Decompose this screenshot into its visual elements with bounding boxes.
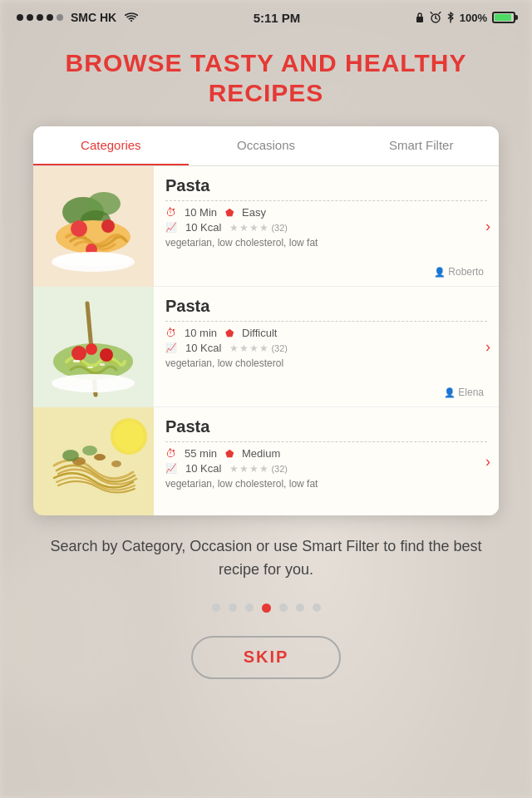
status-bar: SMC HK 5:11 PM — [0, 0, 532, 35]
food-illustration — [33, 166, 154, 287]
signal-dot — [57, 14, 63, 21]
recipe-kcal: 10 Kcal — [185, 342, 221, 354]
tab-occasions[interactable]: Occasions — [189, 126, 344, 165]
recipe-time: 10 min — [185, 327, 217, 339]
recipe-meta-kcal: 📈 10 Kcal ★ ★ ★ ★ (32) — [165, 221, 487, 234]
kcal-icon: 📈 — [165, 222, 177, 233]
wifi-icon — [124, 12, 139, 23]
recipe-item[interactable]: Pasta ⏱ 10 min ⬟ Difficult 📈 10 Kcal ★ ★ — [33, 287, 499, 407]
status-right: 100% — [415, 12, 515, 24]
recipe-kcal: 10 Kcal — [185, 462, 221, 475]
author-icon: 👤 — [444, 387, 456, 397]
recipe-difficulty: Medium — [242, 447, 280, 460]
kcal-icon: 📈 — [165, 463, 177, 474]
svg-point-11 — [101, 219, 115, 233]
kcal-icon: 📈 — [165, 342, 177, 353]
svg-point-24 — [52, 374, 135, 392]
review-count: (32) — [271, 464, 288, 474]
page-dot-5 — [279, 603, 288, 612]
recipe-list: Pasta ⏱ 10 Min ⬟ Easy 📈 10 Kcal ★ ★ — [33, 166, 499, 515]
description-text: Search by Category, Occasion or use Smar… — [0, 535, 532, 582]
battery-icon — [492, 12, 515, 23]
food-illustration-3 — [33, 407, 154, 515]
recipe-card: Categories Occasions Smart Filter — [33, 126, 499, 515]
time-display: 5:11 PM — [254, 11, 301, 25]
star-rating: ★ ★ ★ ★ (32) — [229, 463, 288, 475]
chevron-right-icon: › — [485, 338, 490, 356]
author-icon: 👤 — [434, 267, 446, 277]
recipe-tags: vegetarian, low cholesterol — [165, 357, 487, 371]
recipe-meta-time: ⏱ 55 min ⬟ Medium — [165, 447, 487, 460]
recipe-tags: vegetarian, low cholesterol, low fat — [165, 477, 487, 491]
main-title: BROWSE TASTY AND HEALTHY RECIPES — [66, 48, 467, 108]
clock-icon: ⏱ — [165, 206, 176, 219]
page-dot-2 — [229, 603, 237, 612]
difficulty-icon: ⬟ — [225, 207, 234, 219]
recipe-item[interactable]: Pasta ⏱ 55 min ⬟ Medium 📈 10 Kcal ★ ★ — [33, 407, 499, 515]
recipe-tags: vegetarian, low cholesterol, low fat — [165, 236, 487, 250]
svg-rect-0 — [416, 17, 423, 22]
title-section: BROWSE TASTY AND HEALTHY RECIPES — [32, 48, 500, 108]
recipe-item[interactable]: Pasta ⏱ 10 Min ⬟ Easy 📈 10 Kcal ★ ★ — [33, 166, 499, 287]
review-count: (32) — [271, 343, 288, 353]
recipe-name: Pasta — [165, 297, 487, 316]
recipe-author: 👤 Roberto — [165, 266, 487, 278]
star-rating: ★ ★ ★ ★ (32) — [229, 222, 288, 234]
svg-point-20 — [86, 343, 97, 355]
recipe-info: Pasta ⏱ 55 min ⬟ Medium 📈 10 Kcal ★ ★ — [154, 407, 499, 515]
signal-dot — [47, 14, 53, 21]
recipe-difficulty: Easy — [242, 206, 266, 219]
review-count: (32) — [271, 223, 288, 233]
lock-icon — [415, 12, 425, 23]
recipe-name: Pasta — [165, 417, 487, 436]
chevron-right-icon: › — [485, 218, 490, 235]
recipe-meta-time: ⏱ 10 min ⬟ Difficult — [165, 327, 487, 339]
recipe-image — [33, 166, 154, 287]
signal-dot — [27, 14, 33, 21]
battery-fill — [495, 14, 511, 21]
recipe-info: Pasta ⏱ 10 min ⬟ Difficult 📈 10 Kcal ★ ★ — [154, 287, 499, 406]
difficulty-icon: ⬟ — [225, 448, 234, 460]
svg-rect-23 — [87, 367, 93, 368]
recipe-name: Pasta — [165, 176, 487, 195]
recipe-kcal: 10 Kcal — [185, 221, 221, 234]
svg-point-31 — [62, 450, 79, 461]
food-illustration-2 — [33, 287, 154, 407]
skip-button[interactable]: SKIP — [191, 636, 341, 679]
signal-dot — [37, 14, 43, 21]
svg-point-19 — [100, 348, 113, 362]
recipe-meta-kcal: 📈 10 Kcal ★ ★ ★ ★ (32) — [165, 462, 487, 475]
battery-percent: 100% — [460, 12, 487, 24]
page-dot-3 — [245, 603, 254, 612]
carrier-label: SMC HK — [71, 11, 116, 24]
svg-point-10 — [71, 220, 87, 237]
svg-rect-21 — [73, 360, 80, 362]
signal-dot — [17, 14, 23, 21]
tab-categories[interactable]: Categories — [33, 126, 189, 165]
svg-point-32 — [82, 446, 97, 456]
recipe-time: 55 min — [185, 447, 217, 460]
svg-line-3 — [436, 18, 437, 19]
svg-point-30 — [111, 461, 121, 467]
chevron-right-icon: › — [485, 453, 490, 470]
recipe-image — [33, 407, 154, 515]
recipe-author: 👤 Elena — [165, 387, 487, 398]
pagination-dots — [212, 603, 321, 613]
svg-point-14 — [55, 253, 131, 266]
bluetooth-icon — [446, 12, 455, 23]
svg-rect-22 — [100, 363, 105, 366]
svg-point-29 — [94, 454, 106, 461]
difficulty-icon: ⬟ — [225, 328, 234, 339]
recipe-difficulty: Difficult — [242, 327, 277, 339]
star-rating: ★ ★ ★ ★ (32) — [229, 342, 288, 354]
page-dot-7 — [313, 603, 321, 612]
svg-point-18 — [71, 346, 86, 361]
tab-smart-filter[interactable]: Smart Filter — [343, 126, 499, 165]
page-dot-1 — [212, 603, 220, 612]
clock-icon: ⏱ — [165, 447, 176, 460]
svg-point-27 — [114, 421, 144, 451]
page-dot-4-active — [262, 603, 271, 613]
recipe-meta-kcal: 📈 10 Kcal ★ ★ ★ ★ (32) — [165, 342, 487, 354]
recipe-info: Pasta ⏱ 10 Min ⬟ Easy 📈 10 Kcal ★ ★ — [154, 166, 499, 286]
recipe-meta-time: ⏱ 10 Min ⬟ Easy — [165, 206, 487, 219]
